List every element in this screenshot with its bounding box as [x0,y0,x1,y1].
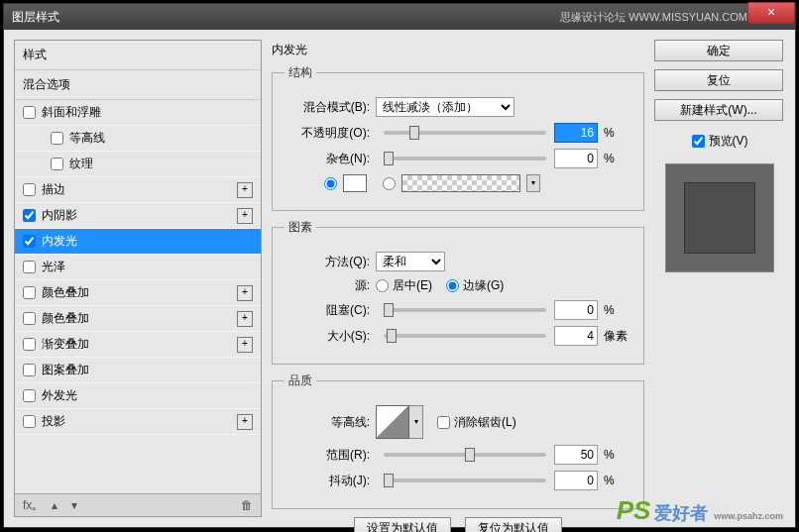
add-stroke-button[interactable]: + [237,182,253,198]
style-item-stroke[interactable]: 描边+ [15,177,261,203]
preview-box [665,163,774,272]
add-gradient-overlay-button[interactable]: + [237,337,253,353]
elements-legend: 图素 [285,219,316,236]
antialias-checkbox[interactable] [437,416,450,429]
elements-group: 图素 方法(Q): 柔和 源: 居中(E) 边缘(G) 阻塞(C): % [272,219,644,365]
style-item-texture[interactable]: 纹理 [15,152,261,177]
range-slider[interactable] [384,453,546,457]
gradient-radio[interactable] [383,177,396,190]
styles-panel: 样式 混合选项 斜面和浮雕 等高线 纹理 描边+ 内阴影+ 内发光 光泽 颜色叠… [14,40,262,517]
pattern-overlay-checkbox[interactable] [23,364,36,376]
color-overlay-2-checkbox[interactable] [23,312,36,325]
contour-dropdown-icon[interactable]: ▾ [409,405,423,439]
style-item-color-overlay-2[interactable]: 颜色叠加+ [15,306,261,332]
style-item-gradient-overlay[interactable]: 渐变叠加+ [15,332,261,358]
style-item-pattern-overlay[interactable]: 图案叠加 [15,358,261,383]
add-drop-shadow-button[interactable]: + [237,414,253,430]
reset-button[interactable]: 复位 [654,69,783,91]
stroke-checkbox[interactable] [23,183,36,196]
gradient-dropdown-icon[interactable]: ▾ [526,174,540,192]
preview-swatch [684,182,755,254]
structure-group: 结构 混合模式(B): 线性减淡（添加） 不透明度(O): % 杂色(N): % [272,64,644,211]
opacity-slider[interactable] [384,131,546,135]
watermark-url: www.psahz.com [714,511,783,521]
forum-watermark: 思缘设计论坛 WWW.MISSYUAN.COM [560,10,747,25]
source-label: 源: [285,277,376,294]
panel-title: 内发光 [272,40,644,64]
titlebar[interactable]: 图层样式 思缘设计论坛 WWW.MISSYUAN.COM × [4,4,795,30]
antialias-label: 消除锯齿(L) [454,414,516,431]
gradient-swatch[interactable] [401,174,520,192]
dialog-content: 样式 混合选项 斜面和浮雕 等高线 纹理 描边+ 内阴影+ 内发光 光泽 颜色叠… [4,30,795,527]
contour-checkbox[interactable] [51,132,63,145]
inner-glow-checkbox[interactable] [23,235,36,248]
fx-menu-icon[interactable]: fx｡ [23,498,38,512]
opacity-label: 不透明度(O): [285,125,376,142]
size-unit: 像素 [604,328,631,345]
opacity-input[interactable] [554,123,598,143]
inner-shadow-checkbox[interactable] [23,209,36,222]
bevel-checkbox[interactable] [23,106,36,119]
opacity-unit: % [604,126,631,140]
layer-style-dialog: 图层样式 思缘设计论坛 WWW.MISSYUAN.COM × 样式 混合选项 斜… [3,3,796,528]
structure-legend: 结构 [285,64,316,81]
set-default-button[interactable]: 设置为默认值 [354,517,451,532]
choke-input[interactable] [554,300,598,320]
move-down-icon[interactable]: ▾ [71,498,77,512]
watermark-cn: 爱好者 [654,501,708,525]
style-item-contour[interactable]: 等高线 [15,126,261,152]
color-swatch[interactable] [343,174,367,192]
size-slider[interactable] [384,334,546,338]
styles-footer: fx｡ ▴ ▾ 🗑 [15,493,261,516]
outer-glow-checkbox[interactable] [23,389,36,402]
size-input[interactable] [554,326,598,346]
reset-default-button[interactable]: 复位为默认值 [465,517,562,532]
jitter-unit: % [604,474,631,487]
style-item-drop-shadow[interactable]: 投影+ [15,409,261,435]
contour-picker[interactable] [376,405,409,439]
ok-button[interactable]: 确定 [654,40,783,61]
add-color-overlay-2-button[interactable]: + [237,311,253,327]
quality-legend: 品质 [285,372,316,389]
jitter-slider[interactable] [384,479,546,482]
trash-icon[interactable]: 🗑 [241,498,253,512]
style-item-satin[interactable]: 光泽 [15,255,261,280]
styles-header[interactable]: 样式 [15,41,261,70]
close-button[interactable]: × [747,2,795,24]
add-color-overlay-1-button[interactable]: + [237,285,253,301]
source-center-label: 居中(E) [393,277,432,294]
source-edge-radio[interactable] [446,279,459,292]
style-item-outer-glow[interactable]: 外发光 [15,383,261,409]
size-label: 大小(S): [285,328,376,345]
blend-mode-select[interactable]: 线性减淡（添加） [376,97,514,117]
blend-mode-label: 混合模式(B): [285,99,376,116]
add-inner-shadow-button[interactable]: + [237,208,253,224]
jitter-input[interactable] [554,471,598,490]
technique-select[interactable]: 柔和 [376,252,445,271]
style-item-inner-glow[interactable]: 内发光 [15,229,261,255]
page-watermark: PS 爱好者 www.psahz.com [617,495,783,526]
color-radio[interactable] [324,177,337,190]
preview-checkbox[interactable] [692,135,705,148]
settings-panel: 内发光 结构 混合模式(B): 线性减淡（添加） 不透明度(O): % 杂色(N… [272,40,644,517]
satin-checkbox[interactable] [23,261,36,273]
noise-input[interactable] [554,149,598,168]
gradient-overlay-checkbox[interactable] [23,338,36,351]
noise-unit: % [604,152,631,165]
new-style-button[interactable]: 新建样式(W)... [654,99,783,121]
style-item-color-overlay-1[interactable]: 颜色叠加+ [15,280,261,306]
range-input[interactable] [554,445,598,465]
texture-checkbox[interactable] [51,158,63,170]
quality-group: 品质 等高线: ▾ 消除锯齿(L) 范围(R): % 抖动(J): [272,372,644,509]
blend-options-header[interactable]: 混合选项 [15,70,261,100]
choke-slider[interactable] [384,308,546,312]
style-item-inner-shadow[interactable]: 内阴影+ [15,203,261,229]
source-center-radio[interactable] [376,279,389,292]
move-up-icon[interactable]: ▴ [52,498,57,512]
style-item-bevel[interactable]: 斜面和浮雕 [15,100,261,126]
drop-shadow-checkbox[interactable] [23,415,36,428]
source-edge-label: 边缘(G) [463,277,504,294]
color-overlay-1-checkbox[interactable] [23,286,36,299]
noise-slider[interactable] [384,157,546,160]
jitter-label: 抖动(J): [285,473,376,489]
